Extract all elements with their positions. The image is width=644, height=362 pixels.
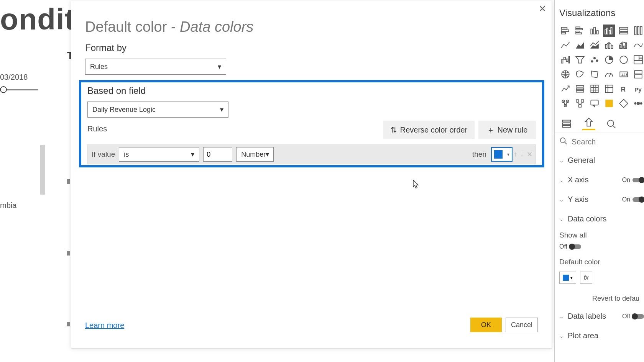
revert-to-default[interactable]: Revert to defau	[555, 287, 644, 306]
key-influencers-icon[interactable]	[559, 97, 572, 110]
multi-row-card-icon[interactable]	[632, 68, 644, 80]
analytics-tab[interactable]	[605, 117, 618, 130]
hundred-stacked-column-icon[interactable]	[632, 25, 644, 37]
show-all-toggle[interactable]: Off	[559, 243, 581, 250]
rule-row: If value is ▾ Number ▾ then ▾ ↑ ↓ ✕	[87, 144, 536, 164]
x-axis-toggle[interactable]: On	[622, 177, 644, 183]
shape-map-icon[interactable]	[588, 68, 601, 80]
plus-icon: ＋	[487, 125, 495, 135]
svg-rect-30	[564, 57, 565, 60]
svg-rect-1	[561, 30, 569, 31]
prop-x-axis[interactable]: ⌄ X axis On	[555, 170, 644, 190]
qa-visual-icon[interactable]	[588, 97, 601, 110]
svg-rect-3	[576, 27, 580, 28]
treemap-icon[interactable]	[632, 54, 644, 66]
then-label: then	[472, 150, 486, 159]
fx-button[interactable]: fx	[580, 272, 592, 284]
slicer-icon[interactable]	[574, 83, 586, 95]
stacked-bar-chart-icon[interactable]	[559, 25, 572, 37]
learn-more-link[interactable]: Learn more	[85, 321, 124, 330]
format-by-select[interactable]: Rules ▾	[85, 59, 226, 75]
clustered-column-chart-icon[interactable]	[603, 25, 615, 37]
svg-marker-76	[619, 99, 628, 108]
value-input[interactable]	[203, 147, 232, 162]
python-visual-icon[interactable]: Py	[632, 83, 644, 95]
svg-rect-50	[576, 85, 584, 87]
cursor-icon	[411, 179, 420, 190]
line-chart-icon[interactable]	[559, 39, 572, 51]
prop-data-labels[interactable]: ⌄ Data labels Off	[555, 306, 644, 326]
matrix-icon[interactable]	[603, 83, 615, 95]
cancel-button[interactable]: Cancel	[506, 318, 538, 332]
ok-button[interactable]: OK	[470, 318, 502, 332]
reverse-color-order-button[interactable]: ⇅ Reverse color order	[383, 121, 475, 139]
card-icon[interactable]: 123	[618, 68, 630, 80]
prop-y-axis[interactable]: ⌄ Y axis On	[555, 190, 644, 209]
close-icon[interactable]: ✕	[536, 3, 549, 15]
based-on-field-select[interactable]: Daily Revenue Logic ▾	[87, 102, 228, 118]
gauge-icon[interactable]	[603, 68, 615, 80]
show-all-toggle-row: Off	[555, 242, 644, 256]
kpi-icon[interactable]	[559, 83, 572, 95]
dialog-title: Default color - Data colors	[85, 19, 253, 35]
fields-tab[interactable]	[560, 117, 573, 130]
search-input[interactable]	[572, 138, 629, 146]
operator-select[interactable]: is ▾	[119, 147, 199, 162]
svg-rect-2	[561, 32, 565, 34]
move-down-icon[interactable]: ↓	[520, 150, 524, 159]
search-row[interactable]	[555, 133, 644, 151]
r-visual-icon[interactable]: R	[618, 83, 630, 95]
format-tab[interactable]	[582, 117, 595, 130]
prop-data-colors[interactable]: ⌄ Data colors	[555, 209, 644, 229]
data-labels-toggle[interactable]: Off	[622, 313, 644, 320]
new-rule-button[interactable]: ＋ New rule	[478, 121, 536, 139]
stacked-column-chart-icon[interactable]	[588, 25, 601, 37]
prop-general[interactable]: ⌄ General	[555, 151, 644, 170]
funnel-chart-icon[interactable]	[574, 54, 586, 66]
arcgis-icon[interactable]	[603, 97, 615, 110]
chevron-down-icon: ▾	[266, 150, 269, 159]
viz-pane-tabs	[555, 111, 644, 133]
area-chart-icon[interactable]	[574, 39, 586, 51]
svg-rect-12	[609, 31, 610, 34]
ribbon-chart-icon[interactable]	[632, 39, 644, 51]
svg-rect-17	[634, 26, 636, 35]
line-clustered-column-icon[interactable]	[618, 39, 630, 51]
map-icon[interactable]	[559, 68, 572, 80]
svg-rect-13	[611, 27, 612, 34]
default-color-picker[interactable]: ▾	[559, 272, 576, 284]
based-on-field-value: Daily Revenue Logic	[92, 106, 156, 114]
svg-rect-15	[619, 30, 628, 31]
chevron-down-icon: ▾	[191, 150, 194, 159]
pie-chart-icon[interactable]	[603, 54, 615, 66]
color-picker[interactable]: ▾	[491, 147, 513, 162]
y-axis-toggle[interactable]: On	[622, 196, 644, 203]
delete-rule-icon[interactable]: ✕	[527, 150, 532, 159]
move-up-icon[interactable]: ↑	[514, 150, 517, 159]
hundred-stacked-bar-icon[interactable]	[618, 25, 630, 37]
svg-line-72	[580, 102, 583, 105]
power-apps-icon[interactable]	[618, 97, 630, 110]
value-type: Number	[241, 151, 266, 159]
chevron-down-icon: ⌄	[559, 177, 564, 183]
donut-chart-icon[interactable]	[618, 54, 630, 66]
filled-map-icon[interactable]	[574, 68, 586, 80]
clustered-bar-chart-icon[interactable]	[574, 25, 586, 37]
svg-rect-5	[576, 31, 579, 32]
svg-rect-10	[605, 30, 606, 34]
import-visual-icon[interactable]	[632, 97, 644, 110]
svg-rect-18	[637, 26, 639, 35]
line-stacked-column-icon[interactable]	[603, 39, 615, 51]
svg-rect-81	[563, 123, 571, 125]
stacked-area-chart-icon[interactable]	[588, 39, 601, 51]
value-type-select[interactable]: Number ▾	[236, 147, 274, 162]
svg-rect-40	[634, 56, 639, 61]
show-all-label: Show all	[555, 229, 644, 242]
scatter-chart-icon[interactable]	[588, 54, 601, 66]
prop-plot-area[interactable]: ⌄ Plot area	[555, 326, 644, 346]
table-icon[interactable]	[588, 83, 601, 95]
svg-rect-32	[569, 56, 570, 63]
search-icon	[559, 137, 568, 147]
waterfall-chart-icon[interactable]	[559, 54, 572, 66]
decomposition-tree-icon[interactable]	[574, 97, 586, 110]
